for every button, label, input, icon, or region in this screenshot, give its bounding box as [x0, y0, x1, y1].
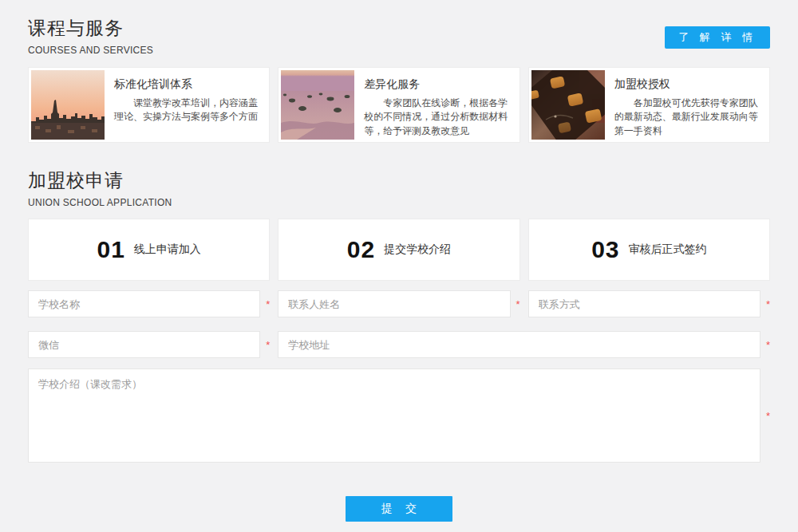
school-intro-textarea[interactable]: [28, 368, 760, 463]
city-skyline-sunset-photo: [31, 70, 105, 140]
desert-dusk-photo: [281, 70, 354, 140]
service-card-description: 专家团队在线诊断，根据各学校的不同情况，通过分析数据材料等，给予评测及教改意见: [364, 97, 508, 138]
services-subtitle: COURSES AND SERVICES: [28, 45, 770, 56]
service-card-training-system: 标准化培训体系 课堂教学改革培训，内容涵盖理论、实操方法与案例等多个方面: [28, 67, 270, 143]
application-steps-row: 01 线上申请加入 02 提交学校介绍 03 审核后正式签约: [28, 219, 770, 281]
step-label: 审核后正式签约: [629, 242, 707, 257]
service-card-differentiated-service: 差异化服务 专家团队在线诊断，根据各学校的不同情况，通过分析数据材料等，给予评测…: [278, 67, 519, 143]
step-label: 提交学校介绍: [384, 242, 451, 257]
required-asterisk: *: [760, 411, 770, 421]
page-content: 课程与服务 COURSES AND SERVICES 了 解 详 情: [28, 0, 770, 522]
step-submit-intro: 02 提交学校介绍: [278, 219, 519, 281]
application-form: * * * * *: [28, 290, 770, 522]
required-asterisk: *: [511, 299, 520, 309]
services-section-header: 课程与服务 COURSES AND SERVICES 了 解 详 情: [28, 16, 770, 56]
service-card-body: 标准化培训体系 课堂教学改革培训，内容涵盖理论、实操方法与案例等多个方面: [105, 70, 267, 140]
learn-more-button[interactable]: 了 解 详 情: [665, 26, 770, 49]
school-address-field-wrap: *: [278, 331, 770, 358]
step-number: 02: [347, 236, 375, 263]
wechat-input[interactable]: [28, 331, 260, 358]
service-card-title: 加盟校授权: [614, 77, 759, 92]
application-section-header: 加盟校申请 UNION SCHOOL APPLICATION: [28, 168, 770, 208]
contact-name-input[interactable]: [278, 290, 510, 317]
service-card-description: 各加盟校可优先获得专家团队的最新动态、最新行业发展动向等第一手资料: [614, 97, 759, 138]
application-title: 加盟校申请: [28, 168, 770, 193]
step-label: 线上申请加入: [134, 242, 201, 257]
required-asterisk: *: [260, 299, 270, 309]
school-address-input[interactable]: [278, 331, 760, 358]
contact-method-input[interactable]: [528, 290, 760, 317]
wechat-field-wrap: *: [28, 331, 270, 358]
application-subtitle: UNION SCHOOL APPLICATION: [28, 197, 770, 208]
submit-row: 提 交: [28, 496, 770, 522]
service-card-franchise-authorization: 加盟校授权 各加盟校可优先获得专家团队的最新动态、最新行业发展动向等第一手资料: [528, 67, 770, 143]
service-card-title: 标准化培训体系: [114, 77, 259, 92]
contact-name-field-wrap: *: [278, 290, 519, 317]
required-asterisk: *: [760, 299, 770, 309]
service-card-body: 差异化服务 专家团队在线诊断，根据各学校的不同情况，通过分析数据材料等，给予评测…: [354, 70, 516, 140]
required-asterisk: *: [760, 340, 770, 350]
school-name-input[interactable]: [28, 290, 260, 317]
school-name-field-wrap: *: [28, 290, 270, 317]
film-strip-photo: [531, 70, 605, 140]
step-sign-contract: 03 审核后正式签约: [528, 219, 770, 281]
service-card-body: 加盟校授权 各加盟校可优先获得专家团队的最新动态、最新行业发展动向等第一手资料: [605, 70, 767, 140]
contact-method-field-wrap: *: [528, 290, 770, 317]
services-title: 课程与服务: [28, 16, 770, 41]
step-number: 01: [97, 236, 124, 263]
service-card-description: 课堂教学改革培训，内容涵盖理论、实操方法与案例等多个方面: [114, 97, 259, 124]
service-cards-row: 标准化培训体系 课堂教学改革培训，内容涵盖理论、实操方法与案例等多个方面: [28, 67, 770, 143]
service-card-title: 差异化服务: [364, 77, 508, 92]
step-online-apply: 01 线上申请加入: [28, 219, 270, 281]
application-section: 加盟校申请 UNION SCHOOL APPLICATION 01 线上申请加入…: [28, 168, 770, 522]
school-intro-field-wrap: *: [28, 368, 770, 463]
step-number: 03: [591, 236, 619, 263]
required-asterisk: *: [260, 340, 270, 350]
submit-button[interactable]: 提 交: [346, 496, 452, 522]
form-grid: * * * * *: [28, 290, 770, 358]
